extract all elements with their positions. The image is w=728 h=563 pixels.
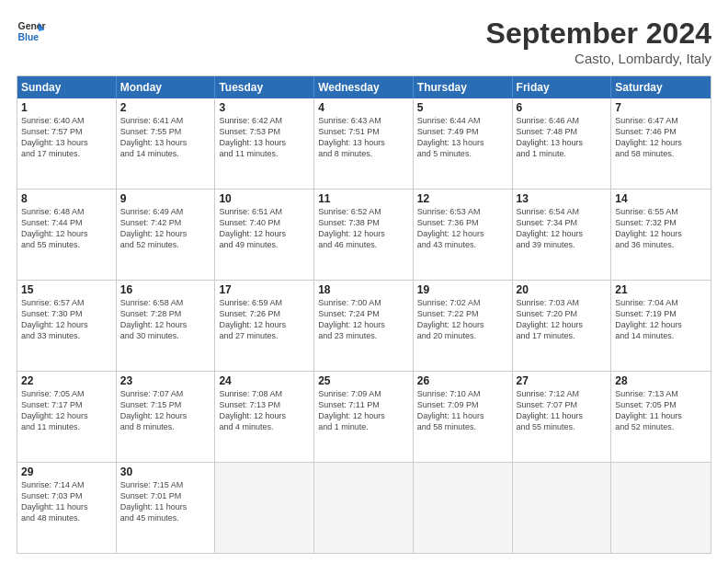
- calendar-header: Sunday Monday Tuesday Wednesday Thursday…: [17, 76, 711, 98]
- logo-icon: General Blue: [17, 17, 46, 46]
- cal-cell-16: 16Sunrise: 6:58 AM Sunset: 7:28 PM Dayli…: [117, 281, 216, 371]
- cal-cell-13: 13Sunrise: 6:54 AM Sunset: 7:34 PM Dayli…: [513, 190, 612, 280]
- cal-cell-12: 12Sunrise: 6:53 AM Sunset: 7:36 PM Dayli…: [414, 190, 513, 280]
- cal-cell-1: 1Sunrise: 6:40 AM Sunset: 7:57 PM Daylig…: [17, 98, 117, 189]
- cal-cell-7: 7Sunrise: 6:47 AM Sunset: 7:46 PM Daylig…: [611, 98, 711, 189]
- cal-cell-30: 30Sunrise: 7:15 AM Sunset: 7:01 PM Dayli…: [117, 463, 216, 553]
- cal-cell-26: 26Sunrise: 7:10 AM Sunset: 7:09 PM Dayli…: [414, 372, 513, 462]
- cal-cell-28: 28Sunrise: 7:13 AM Sunset: 7:05 PM Dayli…: [611, 372, 711, 462]
- cal-cell-14: 14Sunrise: 6:55 AM Sunset: 7:32 PM Dayli…: [611, 190, 711, 280]
- cal-cell-9: 9Sunrise: 6:49 AM Sunset: 7:42 PM Daylig…: [117, 190, 216, 280]
- cal-cell-empty-4-4: [414, 463, 513, 553]
- cal-row-4: 29Sunrise: 7:14 AM Sunset: 7:03 PM Dayli…: [17, 462, 711, 553]
- header-monday: Monday: [117, 76, 216, 98]
- cal-cell-4: 4Sunrise: 6:43 AM Sunset: 7:51 PM Daylig…: [314, 98, 414, 189]
- cal-cell-22: 22Sunrise: 7:05 AM Sunset: 7:17 PM Dayli…: [17, 372, 117, 462]
- header-thursday: Thursday: [414, 76, 513, 98]
- cal-cell-empty-4-5: [513, 463, 612, 553]
- cal-cell-11: 11Sunrise: 6:52 AM Sunset: 7:38 PM Dayli…: [314, 190, 414, 280]
- cal-cell-empty-4-3: [314, 463, 414, 553]
- cal-cell-empty-4-6: [611, 463, 711, 553]
- cal-cell-17: 17Sunrise: 6:59 AM Sunset: 7:26 PM Dayli…: [215, 281, 314, 371]
- calendar-body: 1Sunrise: 6:40 AM Sunset: 7:57 PM Daylig…: [17, 98, 711, 553]
- title-block: September 2024 Casto, Lombardy, Italy: [486, 17, 711, 66]
- cal-cell-15: 15Sunrise: 6:57 AM Sunset: 7:30 PM Dayli…: [17, 281, 117, 371]
- cal-cell-19: 19Sunrise: 7:02 AM Sunset: 7:22 PM Dayli…: [414, 281, 513, 371]
- cal-cell-27: 27Sunrise: 7:12 AM Sunset: 7:07 PM Dayli…: [513, 372, 612, 462]
- header-tuesday: Tuesday: [215, 76, 314, 98]
- cal-cell-29: 29Sunrise: 7:14 AM Sunset: 7:03 PM Dayli…: [17, 463, 117, 553]
- header-wednesday: Wednesday: [314, 76, 414, 98]
- cal-cell-21: 21Sunrise: 7:04 AM Sunset: 7:19 PM Dayli…: [611, 281, 711, 371]
- logo: General Blue: [17, 17, 46, 46]
- header-friday: Friday: [513, 76, 612, 98]
- cal-cell-10: 10Sunrise: 6:51 AM Sunset: 7:40 PM Dayli…: [215, 190, 314, 280]
- page: General Blue September 2024 Casto, Lomba…: [0, 0, 728, 563]
- cal-row-1: 8Sunrise: 6:48 AM Sunset: 7:44 PM Daylig…: [17, 189, 711, 280]
- cal-row-2: 15Sunrise: 6:57 AM Sunset: 7:30 PM Dayli…: [17, 280, 711, 371]
- cal-cell-6: 6Sunrise: 6:46 AM Sunset: 7:48 PM Daylig…: [513, 98, 612, 189]
- cal-row-0: 1Sunrise: 6:40 AM Sunset: 7:57 PM Daylig…: [17, 98, 711, 189]
- cal-row-3: 22Sunrise: 7:05 AM Sunset: 7:17 PM Dayli…: [17, 371, 711, 462]
- main-title: September 2024: [486, 17, 711, 51]
- cal-cell-8: 8Sunrise: 6:48 AM Sunset: 7:44 PM Daylig…: [17, 190, 117, 280]
- cal-cell-3: 3Sunrise: 6:42 AM Sunset: 7:53 PM Daylig…: [215, 98, 314, 189]
- header-sunday: Sunday: [17, 76, 117, 98]
- header-saturday: Saturday: [611, 76, 711, 98]
- cal-cell-2: 2Sunrise: 6:41 AM Sunset: 7:55 PM Daylig…: [117, 98, 216, 189]
- cal-cell-25: 25Sunrise: 7:09 AM Sunset: 7:11 PM Dayli…: [314, 372, 414, 462]
- cal-cell-24: 24Sunrise: 7:08 AM Sunset: 7:13 PM Dayli…: [215, 372, 314, 462]
- header: General Blue September 2024 Casto, Lomba…: [17, 17, 711, 66]
- calendar: Sunday Monday Tuesday Wednesday Thursday…: [17, 75, 711, 554]
- cal-cell-23: 23Sunrise: 7:07 AM Sunset: 7:15 PM Dayli…: [117, 372, 216, 462]
- cal-cell-empty-4-2: [215, 463, 314, 553]
- subtitle: Casto, Lombardy, Italy: [486, 51, 711, 66]
- cal-cell-20: 20Sunrise: 7:03 AM Sunset: 7:20 PM Dayli…: [513, 281, 612, 371]
- cal-cell-5: 5Sunrise: 6:44 AM Sunset: 7:49 PM Daylig…: [414, 98, 513, 189]
- cal-cell-18: 18Sunrise: 7:00 AM Sunset: 7:24 PM Dayli…: [314, 281, 414, 371]
- svg-text:Blue: Blue: [18, 32, 40, 42]
